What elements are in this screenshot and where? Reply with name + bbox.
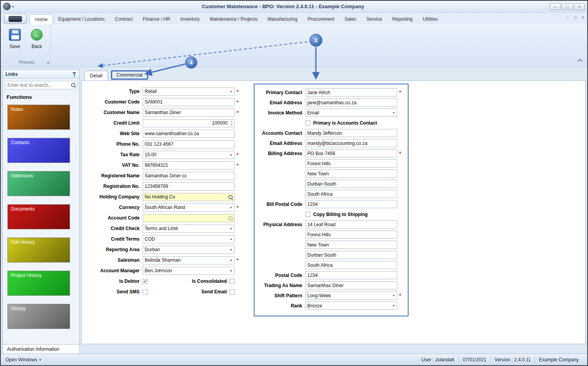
credit-limit-field[interactable]: 100000▲▼: [143, 119, 235, 127]
ribbon-tab-contract[interactable]: Contract: [110, 14, 138, 24]
account-manager-field[interactable]: Ben Johnson▼: [143, 267, 235, 275]
ribbon-tab-inventory[interactable]: Inventory: [175, 14, 204, 24]
physical-address-2-field[interactable]: Forest Hills: [305, 230, 397, 239]
credit-check-dropdown-icon[interactable]: ▼: [228, 227, 234, 230]
physical-address-5-field[interactable]: South Africa: [305, 261, 397, 269]
trading-as-name-field[interactable]: Samanthas Diner: [305, 281, 397, 289]
ribbon-tab-home[interactable]: Home: [30, 14, 53, 24]
is-debtor-checkbox[interactable]: ✓: [143, 279, 148, 284]
copy-billing-to-shipping-checkbox[interactable]: [305, 212, 310, 217]
salesman-dropdown-icon[interactable]: ▼: [228, 259, 234, 262]
function-history[interactable]: History: [7, 304, 70, 329]
application-menu-button[interactable]: [4, 14, 27, 24]
billing-address-1-field[interactable]: PO Box 7456: [305, 149, 397, 157]
ribbon-tab-reporting[interactable]: Reporting: [387, 14, 418, 24]
postal-code-field[interactable]: 1234: [305, 271, 397, 279]
pin-icon[interactable]: [72, 72, 77, 77]
accounts-contact-field[interactable]: Mandy Jefferson: [305, 129, 397, 137]
ribbon-tab-equipment-locations[interactable]: Equipment / Locations: [53, 14, 110, 24]
sidebar-search-input[interactable]: [5, 81, 77, 89]
shift-pattern-field[interactable]: Long Week▼: [305, 291, 397, 300]
registered-name-field[interactable]: Samanthas Diner cc: [143, 172, 235, 180]
type-dropdown-icon[interactable]: ▼: [228, 90, 234, 93]
function-project-history[interactable]: Project History: [7, 271, 70, 296]
authorisation-information-tab[interactable]: Authorisation Information: [3, 344, 79, 354]
back-button[interactable]: ← Back: [27, 27, 47, 49]
ribbon-tab-finance-hr[interactable]: Finance / HR: [138, 14, 175, 24]
primary-contact-field[interactable]: Jane Alrich: [305, 88, 397, 96]
function-contacts[interactable]: Contacts: [7, 138, 70, 163]
holding-company-field[interactable]: No Holding Co: [143, 193, 235, 201]
customer-code-field[interactable]: SAM001: [143, 98, 235, 106]
reporting-area-field[interactable]: Durban▼: [143, 246, 235, 254]
close-button[interactable]: ×: [574, 3, 585, 10]
function-notes[interactable]: Notes: [7, 105, 70, 130]
vat-no-field[interactable]: 987654321: [143, 161, 235, 170]
billing-address-2-field[interactable]: Forest Hills: [305, 159, 397, 168]
tab-commercial[interactable]: Commercial: [111, 70, 148, 80]
search-icon[interactable]: [71, 82, 76, 87]
registration-no-field[interactable]: 123456789: [143, 182, 235, 191]
billing-address-3-field[interactable]: New Town: [305, 170, 397, 178]
save-button[interactable]: Save: [5, 27, 25, 49]
function-addresses[interactable]: Addresses: [7, 171, 70, 196]
physical-address-3-field[interactable]: New Town: [305, 241, 397, 249]
primary-email-field[interactable]: jane@samanthas.co.za: [305, 98, 397, 107]
rank-field[interactable]: Bronze▼: [305, 302, 397, 310]
tax-rate-field[interactable]: 15.00▼: [143, 151, 235, 159]
billing-address-4-field[interactable]: Durban South: [305, 180, 397, 188]
maximize-button[interactable]: □: [562, 3, 573, 10]
credit-limit-spinner[interactable]: ▲▼: [229, 120, 234, 127]
send-sms-checkbox[interactable]: [143, 289, 148, 295]
ribbon-tab-utilities[interactable]: Utilities: [418, 14, 443, 24]
ribbon-tab-manufacturing[interactable]: Manufacturing: [263, 14, 303, 24]
invoice-method-field[interactable]: Email▼: [305, 109, 397, 117]
quick-access-caret-icon[interactable]: ▾: [12, 5, 14, 9]
currency-field[interactable]: South African Rand▼: [143, 204, 235, 212]
open-windows-button[interactable]: Open Windows ▾: [5, 357, 41, 362]
function-documents[interactable]: Documents: [7, 204, 70, 229]
credit-check-field[interactable]: Terms and Limit▼: [143, 225, 235, 233]
dialog-launcher-icon[interactable]: [47, 61, 49, 64]
send-email-checkbox[interactable]: [229, 289, 235, 295]
accounts-email-field[interactable]: mandy@bizaccounting.co.za: [305, 139, 397, 147]
type-field[interactable]: Retail▼: [143, 87, 235, 96]
credit-terms-field[interactable]: COD▼: [143, 235, 235, 243]
account-code-search-icon[interactable]: [228, 216, 233, 221]
bill-postal-code-field[interactable]: 1234: [305, 200, 397, 208]
mdi-restore-icon[interactable]: □: [574, 15, 577, 20]
currency-dropdown-icon[interactable]: ▼: [228, 206, 234, 209]
billing-address-5-field[interactable]: South Africa: [305, 190, 397, 198]
physical-address-4-field[interactable]: Durban South: [305, 251, 397, 259]
ribbon-tab-maintenance-projects[interactable]: Maintenance / Projects: [205, 14, 263, 24]
tab-detail[interactable]: Detail: [84, 71, 108, 80]
account-code-field[interactable]: [143, 214, 235, 222]
web-site-field[interactable]: www.samanthsdiner.co.za: [143, 130, 235, 138]
holding-company-search-icon[interactable]: [228, 195, 233, 200]
credit-limit-spin-up-icon[interactable]: ▲: [229, 120, 234, 123]
credit-limit-spin-down-icon[interactable]: ▼: [229, 123, 234, 126]
ribbon-tab-service[interactable]: Service: [361, 14, 387, 24]
account-manager-dropdown-icon[interactable]: ▼: [228, 270, 234, 272]
minimize-button[interactable]: –: [550, 3, 561, 10]
ribbon-tab-procurement[interactable]: Procurement: [303, 14, 340, 24]
customer-name-field[interactable]: Samanthas Diner: [143, 109, 235, 117]
reporting-area-dropdown-icon[interactable]: ▼: [228, 248, 234, 251]
physical-address-1-field[interactable]: 14 Leaf Road: [305, 220, 397, 229]
tax-rate-dropdown-icon[interactable]: ▼: [228, 154, 234, 156]
primary-is-accounts-contact-checkbox[interactable]: [305, 120, 310, 125]
ribbon-tab-sales[interactable]: Sales: [339, 14, 361, 24]
collapse-ribbon-icon[interactable]: [577, 59, 583, 64]
mdi-close-icon[interactable]: ×: [581, 15, 584, 20]
function-call-history[interactable]: Call History: [7, 237, 70, 262]
bill-postal-code-value: 1234: [307, 202, 318, 207]
is-consolidated-checkbox[interactable]: [229, 279, 235, 284]
app-icon[interactable]: [3, 3, 11, 10]
phone-no-field[interactable]: 031 123 4567: [143, 140, 235, 148]
credit-terms-dropdown-icon[interactable]: ▼: [228, 238, 234, 241]
rank-dropdown-icon[interactable]: ▼: [391, 304, 397, 307]
invoice-method-dropdown-icon[interactable]: ▼: [391, 111, 397, 114]
mdi-minimize-icon[interactable]: –: [566, 15, 569, 20]
shift-pattern-dropdown-icon[interactable]: ▼: [391, 294, 397, 297]
salesman-field[interactable]: Belinda Sharman▼: [143, 256, 235, 264]
